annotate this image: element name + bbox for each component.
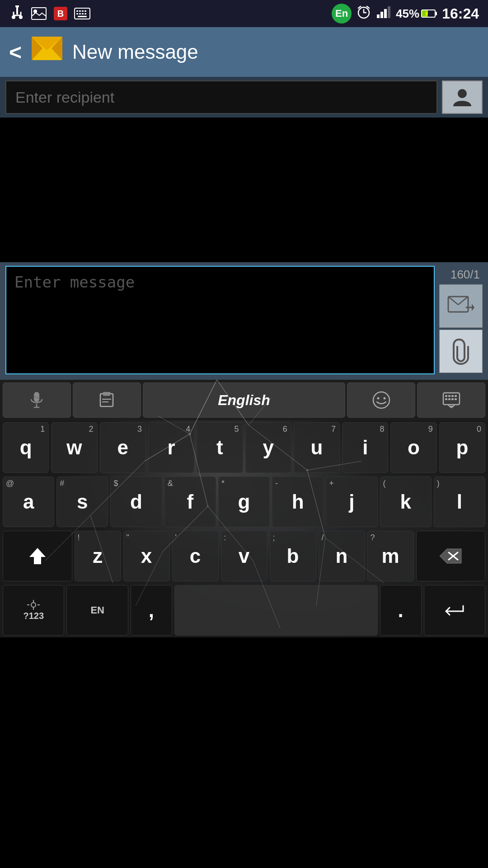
svg-line-39 xyxy=(448,297,458,305)
svg-marker-42 xyxy=(472,304,474,311)
key-k[interactable]: (k xyxy=(380,476,432,527)
keyboard-row-3: !z "x 'c :v ;b /n ?m xyxy=(0,529,488,583)
key-b[interactable]: ;b xyxy=(270,531,316,581)
key-i[interactable]: 8i xyxy=(342,422,388,473)
key-n[interactable]: /n xyxy=(319,531,365,581)
svg-rect-17 xyxy=(78,16,87,17)
svg-rect-64 xyxy=(34,392,39,402)
backspace-key[interactable] xyxy=(416,531,486,581)
key-f[interactable]: &f xyxy=(164,476,216,527)
svg-rect-76 xyxy=(445,395,447,397)
key-m[interactable]: ?m xyxy=(367,531,414,581)
svg-point-74 xyxy=(383,397,385,400)
svg-rect-83 xyxy=(455,398,457,400)
time-display: 16:24 xyxy=(442,5,479,22)
message-input[interactable] xyxy=(5,266,435,374)
svg-rect-79 xyxy=(455,395,457,397)
keyboard-row-2: @a #s $d &f *g -h +j (k )l xyxy=(0,475,488,529)
attach-button[interactable] xyxy=(439,330,483,373)
key-s[interactable]: #s xyxy=(56,476,108,527)
svg-point-3 xyxy=(19,15,23,19)
svg-rect-69 xyxy=(103,392,110,396)
svg-rect-13 xyxy=(76,13,78,14)
contact-picker-button[interactable] xyxy=(442,80,483,114)
svg-rect-25 xyxy=(384,9,387,18)
period-key[interactable]: . xyxy=(380,585,422,636)
key-y[interactable]: 6y xyxy=(245,422,291,473)
alarm-icon xyxy=(356,5,371,23)
svg-rect-10 xyxy=(79,10,81,12)
key-o[interactable]: 9o xyxy=(390,422,436,473)
message-display-area xyxy=(0,118,488,262)
key-e[interactable]: 3e xyxy=(100,422,146,473)
svg-text:B: B xyxy=(57,9,64,19)
image-icon xyxy=(31,5,47,22)
signal-icon xyxy=(376,5,391,23)
svg-rect-15 xyxy=(82,13,84,14)
svg-rect-9 xyxy=(76,10,78,12)
svg-marker-85 xyxy=(29,548,46,564)
emoji-button[interactable] xyxy=(347,382,415,418)
svg-rect-81 xyxy=(448,398,450,400)
svg-point-72 xyxy=(373,392,389,408)
key-h[interactable]: -h xyxy=(272,476,324,527)
key-q[interactable]: 1q xyxy=(3,422,49,473)
key-g[interactable]: *g xyxy=(218,476,270,527)
keyboard-row-4: ?123 EN , . xyxy=(0,583,488,637)
svg-line-40 xyxy=(458,297,468,305)
svg-rect-11 xyxy=(82,10,84,12)
svg-rect-1 xyxy=(16,7,18,14)
svg-rect-0 xyxy=(15,5,19,7)
key-j[interactable]: +j xyxy=(326,476,377,527)
keyboard-row-1: 1q 2w 3e 4r 5t 6y 7u 8i 9o 0p xyxy=(0,420,488,475)
app-icon: B xyxy=(52,5,69,22)
svg-rect-24 xyxy=(380,12,383,18)
recipient-input[interactable] xyxy=(5,80,437,114)
key-u[interactable]: 7u xyxy=(294,422,340,473)
svg-point-37 xyxy=(458,89,467,98)
status-bar: B En xyxy=(0,0,488,27)
language-indicator: En xyxy=(332,4,352,24)
key-t[interactable]: 5t xyxy=(197,422,243,473)
key-w[interactable]: 2w xyxy=(51,422,97,473)
key-d[interactable]: $d xyxy=(110,476,162,527)
key-c[interactable]: 'c xyxy=(172,531,219,581)
svg-rect-14 xyxy=(79,13,81,14)
key-z[interactable]: !z xyxy=(75,531,121,581)
battery-indicator: 45% xyxy=(396,7,437,21)
fn-key[interactable]: ?123 xyxy=(3,585,64,636)
key-p[interactable]: 0p xyxy=(439,422,485,473)
recipient-bar xyxy=(0,77,488,118)
comma-key[interactable]: , xyxy=(131,585,172,636)
compose-row: 160/1 xyxy=(0,262,488,380)
svg-rect-78 xyxy=(451,395,454,397)
svg-rect-4 xyxy=(32,8,46,19)
keyboard: English xyxy=(0,380,488,637)
back-button[interactable]: < xyxy=(9,40,22,65)
clipboard-button[interactable] xyxy=(73,382,141,418)
key-r[interactable]: 4r xyxy=(148,422,194,473)
keyboard-icon xyxy=(74,5,90,22)
shift-key[interactable] xyxy=(3,531,72,581)
svg-rect-12 xyxy=(84,10,86,12)
space-key[interactable] xyxy=(174,585,378,636)
keyboard-toolbar: English xyxy=(0,380,488,420)
svg-rect-28 xyxy=(436,12,437,15)
key-x[interactable]: "x xyxy=(123,531,170,581)
header: < New message xyxy=(0,27,488,77)
key-v[interactable]: :v xyxy=(221,531,267,581)
language-switch-key[interactable]: EN xyxy=(66,585,128,636)
compose-action-buttons: 160/1 xyxy=(439,266,483,375)
hide-keyboard-button[interactable] xyxy=(417,382,485,418)
svg-rect-80 xyxy=(445,398,447,400)
send-button[interactable] xyxy=(439,284,483,328)
svg-rect-82 xyxy=(451,398,454,400)
language-button[interactable]: English xyxy=(143,382,346,418)
svg-rect-23 xyxy=(377,14,380,18)
key-a[interactable]: @a xyxy=(3,476,54,527)
enter-key[interactable] xyxy=(424,585,485,636)
key-l[interactable]: )l xyxy=(434,476,485,527)
svg-point-73 xyxy=(377,397,379,400)
svg-point-89 xyxy=(31,603,36,607)
microphone-button[interactable] xyxy=(3,382,71,418)
